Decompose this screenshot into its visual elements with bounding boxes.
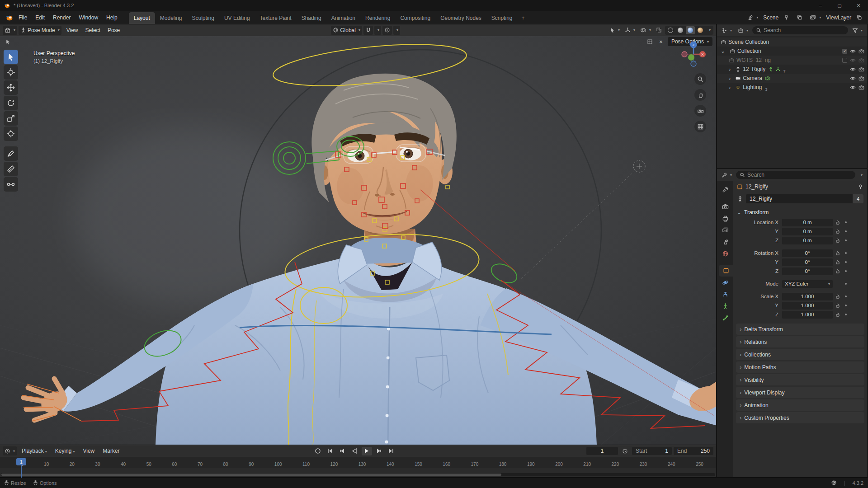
- keying-menu[interactable]: Keying: [52, 447, 78, 455]
- eye-icon[interactable]: [850, 57, 856, 63]
- transform-orientation-dropdown[interactable]: Global: [331, 26, 362, 35]
- snap-settings-dropdown[interactable]: [374, 26, 381, 35]
- playhead[interactable]: 1: [16, 458, 26, 465]
- maximize-button[interactable]: [830, 0, 849, 11]
- users-count-badge[interactable]: 4: [853, 194, 863, 203]
- shading-solid-button[interactable]: [676, 26, 685, 34]
- pan-hand-icon[interactable]: [694, 89, 706, 101]
- output-tab[interactable]: [717, 212, 733, 224]
- timeline-scrollbar[interactable]: [1, 473, 715, 476]
- expand-icon[interactable]: [729, 66, 733, 73]
- expand-icon[interactable]: [721, 48, 728, 54]
- render-tab[interactable]: [717, 201, 733, 212]
- render-visibility-icon[interactable]: [859, 48, 864, 54]
- measure-tool[interactable]: [4, 162, 18, 176]
- tab-texture-paint[interactable]: Texture Paint: [255, 12, 297, 24]
- lock-icon[interactable]: [833, 268, 843, 274]
- lock-icon[interactable]: [833, 250, 843, 256]
- lock-icon[interactable]: [833, 220, 843, 225]
- object-tab[interactable]: [719, 265, 733, 277]
- menu-item[interactable]: Edit: [31, 13, 49, 22]
- app-menu-button[interactable]: [4, 13, 14, 22]
- lock-icon[interactable]: [833, 312, 843, 317]
- exclude-checkbox[interactable]: [842, 58, 847, 63]
- rotation-x-field[interactable]: 0°: [782, 249, 833, 257]
- zoom-icon[interactable]: [694, 73, 706, 85]
- scale-x-field[interactable]: 1.000: [782, 293, 833, 300]
- snap-toggle-button[interactable]: [363, 26, 373, 35]
- scale-y-field[interactable]: 1.000: [782, 302, 833, 310]
- viewport-menu-item[interactable]: Select: [82, 26, 104, 34]
- cursor-tool[interactable]: [4, 65, 18, 80]
- menu-item[interactable]: Window: [75, 13, 102, 22]
- gizmos-button[interactable]: [623, 26, 637, 35]
- render-visibility-icon[interactable]: [859, 57, 864, 63]
- lock-icon[interactable]: [833, 303, 843, 308]
- rotation-mode-dropdown[interactable]: XYZ Euler: [782, 280, 833, 288]
- location-x-field[interactable]: 0 m: [782, 219, 833, 226]
- jump-start-button[interactable]: [325, 447, 335, 455]
- play-button[interactable]: [362, 447, 372, 455]
- viewlayer-name[interactable]: ViewLayer: [826, 14, 851, 21]
- keyframe-dot[interactable]: [843, 261, 849, 263]
- viewlayer-new-icon[interactable]: [854, 14, 864, 21]
- keyframe-dot[interactable]: [843, 230, 849, 232]
- collapsed-panel-header[interactable]: Animation: [736, 399, 864, 411]
- editor-type-button[interactable]: [3, 26, 17, 35]
- eye-icon[interactable]: [850, 75, 856, 81]
- grid-toggle-icon[interactable]: [646, 38, 654, 46]
- exclude-checkbox[interactable]: [842, 49, 847, 54]
- eye-icon[interactable]: [850, 66, 856, 72]
- scale-tool[interactable]: [4, 111, 18, 126]
- collapsed-panel-header[interactable]: Delta Transform: [736, 324, 864, 335]
- start-frame-field[interactable]: Start1: [632, 447, 672, 455]
- properties-editor-type-button[interactable]: [720, 170, 734, 179]
- collapsed-panel-header[interactable]: Visibility: [736, 374, 864, 385]
- marker-menu[interactable]: Marker: [99, 447, 123, 455]
- tab-modeling[interactable]: Modeling: [155, 12, 187, 24]
- navigation-gizmo[interactable]: Z X: [679, 40, 708, 70]
- tab-scripting[interactable]: Scripting: [486, 12, 518, 24]
- menu-item[interactable]: Render: [49, 13, 75, 22]
- scene-browse-button[interactable]: [745, 14, 760, 22]
- outliner-row-rigify[interactable]: 12_Rigify 7: [717, 65, 867, 74]
- preview-range-icon[interactable]: [620, 447, 630, 455]
- shading-wireframe-button[interactable]: [666, 26, 675, 34]
- camera-view-icon[interactable]: [694, 105, 706, 117]
- eye-icon[interactable]: [850, 84, 856, 90]
- timeline-view-menu[interactable]: View: [80, 447, 98, 455]
- select-box-tool[interactable]: [4, 50, 18, 64]
- outliner-row-camera[interactable]: Camera: [717, 74, 867, 83]
- outliner-search-input[interactable]: Search: [752, 26, 848, 34]
- annotate-tool[interactable]: [4, 146, 18, 161]
- render-visibility-icon[interactable]: [859, 75, 864, 81]
- pose-breakdowner-tool[interactable]: [4, 177, 18, 192]
- outliner-editor-type-button[interactable]: [720, 26, 734, 35]
- keyframe-dot[interactable]: [843, 270, 849, 272]
- outliner-row-lighting[interactable]: Lighting 3: [717, 83, 867, 92]
- outliner-row-collection[interactable]: Collection: [717, 47, 867, 56]
- keyframe-dot[interactable]: [843, 314, 849, 315]
- network-status-icon[interactable]: [831, 480, 837, 486]
- xray-toggle-button[interactable]: [654, 26, 664, 35]
- active-tool-icon[interactable]: [4, 38, 12, 46]
- constraints-tab[interactable]: [717, 288, 733, 300]
- menu-item[interactable]: Help: [102, 13, 122, 22]
- tab-compositing[interactable]: Compositing: [395, 12, 435, 24]
- outliner-display-mode-button[interactable]: [736, 26, 750, 35]
- tab-uv-editing[interactable]: UV Editing: [219, 12, 255, 24]
- transform-panel-header[interactable]: Transform: [733, 207, 867, 218]
- render-visibility-icon[interactable]: [859, 66, 864, 72]
- render-visibility-icon[interactable]: [859, 84, 864, 90]
- keyframe-dot[interactable]: [843, 239, 849, 241]
- collapsed-panel-header[interactable]: Collections: [736, 349, 864, 360]
- location-z-field[interactable]: 0 m: [782, 237, 833, 244]
- menu-item[interactable]: File: [14, 13, 31, 22]
- object-types-visibility-button[interactable]: [608, 26, 622, 35]
- ortho-grid-icon[interactable]: [694, 121, 706, 132]
- eye-icon[interactable]: [850, 48, 856, 54]
- tab-geometry-nodes[interactable]: Geometry Nodes: [435, 12, 486, 24]
- overlays-button[interactable]: [638, 26, 653, 35]
- tab-shading[interactable]: Shading: [297, 12, 326, 24]
- lock-icon[interactable]: [833, 294, 843, 299]
